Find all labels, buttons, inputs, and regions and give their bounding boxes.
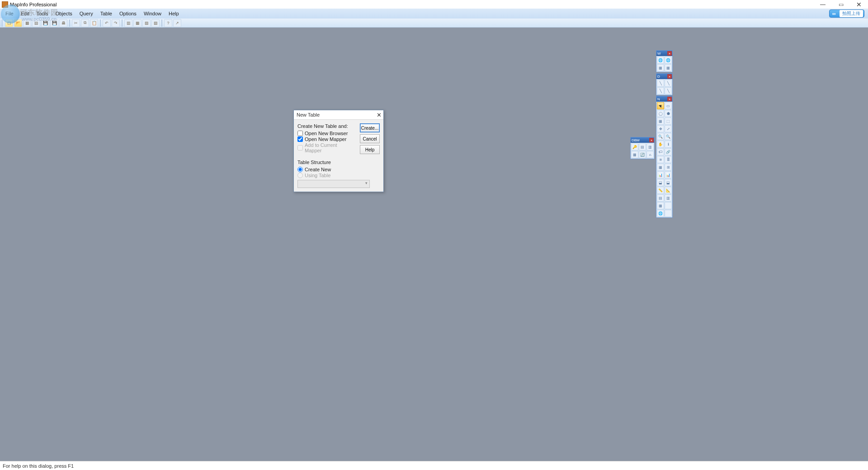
maximize-button[interactable]: ▭ [832, 0, 850, 9]
palette-btn[interactable]: 📐 [665, 187, 672, 194]
open-dbms-button[interactable]: ▦ [23, 19, 31, 27]
palette-btn[interactable]: 🔗 [665, 148, 672, 155]
upload-tag[interactable]: ∞ 拍照上传 [829, 9, 864, 18]
menu-query[interactable]: Query [76, 9, 97, 18]
cut-button[interactable]: ✂ [72, 19, 80, 27]
palette-btn[interactable]: 📏 [657, 187, 664, 194]
palette-btn[interactable]: ▦ [657, 118, 664, 125]
palette-btn[interactable]: ▥ [665, 194, 672, 202]
palette-btn[interactable]: ╲ [657, 87, 664, 94]
new-button[interactable]: ▢ [5, 19, 13, 27]
palette-btn[interactable]: 🌐 [665, 56, 672, 64]
palette-btn[interactable]: 🏷 [657, 148, 664, 155]
minimize-button[interactable]: — [814, 0, 832, 9]
palette-btn[interactable]: ▦ [657, 64, 664, 71]
palette-btn[interactable]: ⬟ [665, 110, 672, 117]
menu-objects[interactable]: Objects [52, 9, 75, 18]
menu-options[interactable]: Options [116, 9, 140, 18]
palette-close-icon[interactable]: × [667, 74, 672, 79]
checkbox-open-mapper[interactable] [297, 136, 303, 142]
radio-create-new[interactable]: Create New [297, 167, 352, 172]
palette-btn[interactable]: ✋ [657, 141, 664, 148]
palette-btn[interactable]: 🌐 [657, 56, 664, 64]
label-create-new: Create New [305, 167, 331, 172]
dbms-palette[interactable]: DBM× 🔑 ▤ ▥ ▦ 🔄 ⎌ [630, 137, 655, 159]
palette-close-icon[interactable]: × [667, 51, 672, 56]
palette-btn[interactable]: 📊 [657, 171, 664, 179]
main-palette[interactable]: N× ▭ ◯ ⬟ ▦ ⬚ ✥ ⤢ 🔍 🔍 ✋ ℹ 🏷 🔗 ≋ ≣ ▦ ⊞ 📊 📊… [656, 96, 673, 218]
palette-btn[interactable]: ≋ [657, 156, 664, 163]
save-window-button[interactable]: 💾 [50, 19, 58, 27]
menu-help[interactable]: Help [165, 9, 183, 18]
workspace-button[interactable]: ▤ [32, 19, 40, 27]
checkbox-open-browser[interactable] [297, 131, 303, 136]
palette-btn[interactable]: ✥ [657, 125, 664, 132]
palette-btn[interactable]: 📊 [665, 171, 672, 179]
check-open-mapper[interactable]: Open New Mapper [297, 136, 352, 142]
new-layout-button[interactable]: ▧ [142, 19, 151, 27]
palette-btn[interactable] [665, 202, 672, 209]
undo-button[interactable]: ↶ [103, 19, 111, 27]
dialog-titlebar[interactable]: New Table ✕ [294, 110, 383, 120]
drawing-palette[interactable]: D× ╲ ╲ ╲ ╲ [656, 73, 673, 95]
palette-title-dbm[interactable]: DBM× [631, 137, 654, 143]
help-button[interactable]: Help [360, 145, 380, 154]
close-button[interactable]: ✕ [850, 0, 868, 9]
print-button[interactable]: 🖶 [59, 19, 67, 27]
palette-btn[interactable]: ▦ [631, 151, 638, 158]
palette-btn[interactable]: ▤ [639, 143, 646, 150]
arrow-button[interactable]: ↗ [173, 19, 181, 27]
palette-btn[interactable]: ▭ [665, 102, 672, 109]
palette-btn[interactable]: 🌐 [657, 210, 664, 217]
help-button[interactable]: ? [164, 19, 172, 27]
toolbar-grip[interactable] [1, 19, 4, 27]
palette-btn[interactable]: ▦ [665, 64, 672, 71]
palette-btn[interactable]: ▦ [657, 202, 664, 209]
menu-edit[interactable]: Edit [17, 9, 33, 18]
palette-btn[interactable]: ⬓ [665, 179, 672, 186]
palette-btn[interactable]: ⬓ [657, 179, 664, 186]
menu-window[interactable]: Window [140, 9, 165, 18]
palette-title-w[interactable]: W× [656, 51, 672, 56]
web-services-palette[interactable]: W× 🌐 🌐 ▦ ▦ [656, 50, 673, 72]
palette-btn[interactable]: ▥ [646, 143, 654, 150]
palette-btn[interactable]: ≣ [665, 156, 672, 163]
palette-btn[interactable] [665, 210, 672, 217]
check-open-browser[interactable]: Open New Browser [297, 131, 352, 136]
palette-btn[interactable]: ⤢ [665, 125, 672, 132]
palette-btn[interactable]: 🔍 [665, 133, 672, 140]
palette-btn[interactable]: 🔑 [631, 143, 638, 150]
palette-btn[interactable]: ╲ [665, 80, 672, 87]
palette-btn[interactable]: ▤ [657, 194, 664, 202]
redo-button[interactable]: ↷ [112, 19, 120, 27]
new-mapper-button[interactable]: ▦ [133, 19, 142, 27]
palette-btn[interactable]: ╲ [665, 87, 672, 94]
palette-title-n[interactable]: N× [656, 96, 672, 102]
palette-close-icon[interactable]: × [667, 97, 672, 101]
menu-tools[interactable]: Tools [33, 9, 52, 18]
palette-btn[interactable]: 🔍 [657, 133, 664, 140]
palette-btn[interactable]: ◯ [657, 110, 664, 117]
palette-btn[interactable]: ⊞ [665, 164, 672, 171]
copy-button[interactable]: ⧉ [81, 19, 89, 27]
palette-btn[interactable]: ⬚ [665, 118, 672, 125]
create-button[interactable]: Create... [360, 123, 380, 132]
radio-create-new-input[interactable] [297, 167, 303, 172]
palette-btn[interactable]: ╲ [657, 80, 664, 87]
palette-title-d[interactable]: D× [656, 74, 672, 79]
save-button[interactable]: 💾 [41, 19, 49, 27]
palette-btn[interactable]: ⎌ [646, 151, 654, 158]
palette-btn[interactable]: ▦ [657, 164, 664, 171]
palette-btn[interactable]: 🔄 [639, 151, 646, 158]
cancel-button[interactable]: Cancel [360, 134, 380, 143]
menu-file[interactable]: File [2, 9, 17, 18]
dialog-close-button[interactable]: ✕ [374, 110, 383, 119]
palette-btn[interactable]: ℹ [665, 141, 672, 148]
open-button[interactable]: 📂 [14, 19, 22, 27]
select-tool[interactable] [657, 102, 664, 109]
paste-button[interactable]: 📋 [90, 19, 98, 27]
new-redistricter-button[interactable]: ▨ [151, 19, 160, 27]
menu-table[interactable]: Table [97, 9, 116, 18]
palette-close-icon[interactable]: × [649, 138, 654, 142]
new-browser-button[interactable]: ▥ [124, 19, 132, 27]
